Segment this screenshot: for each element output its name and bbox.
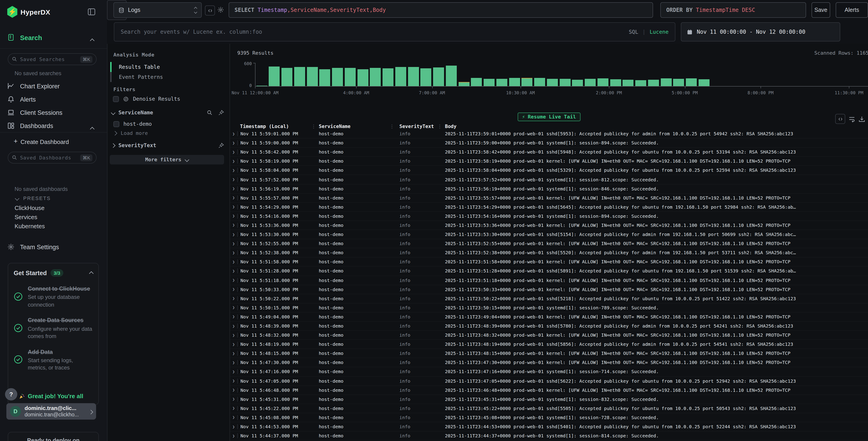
order-by-input[interactable]: ORDER BY TimestampTime DESC [660,2,806,18]
mode-results-table[interactable]: Results Table [110,62,210,72]
presets-section-toggle[interactable]: PRESETS [16,196,51,201]
source-schema-icon[interactable] [205,5,215,16]
sidebar-preset-services[interactable]: Services [14,214,37,220]
table-row[interactable]: ❯ Nov 11 5:48:15.000 PM host-demo info 2… [230,349,868,358]
chart-bar[interactable] [294,63,305,86]
row-expand-chevron[interactable]: ❯ [230,324,237,328]
download-icon[interactable] [859,116,865,122]
filter-search-icon[interactable] [207,110,213,116]
row-expand-chevron[interactable]: ❯ [230,351,237,356]
table-row[interactable]: ❯ Nov 11 5:54:29.000 PM host-demo info 2… [230,203,868,212]
chart-bar[interactable] [446,63,457,86]
table-row[interactable]: ❯ Nov 11 5:48:39.000 PM host-demo info 2… [230,322,868,331]
chart-bar[interactable] [408,63,419,86]
chart-bar[interactable] [458,63,469,86]
filter-group-servicename[interactable]: ServiceName [112,109,224,116]
row-expand-chevron[interactable]: ❯ [230,415,237,420]
row-expand-chevron[interactable]: ❯ [230,251,237,255]
row-expand-chevron[interactable]: ❯ [230,287,237,292]
checkbox[interactable] [114,121,119,127]
table-row[interactable]: ❯ Nov 11 5:58:04.000 PM host-demo info 2… [230,166,868,175]
chart-bar[interactable] [345,63,356,86]
row-expand-chevron[interactable]: ❯ [230,360,237,365]
denoise-results-checkbox-row[interactable]: Denoise Results [113,96,180,102]
table-row[interactable]: ❯ Nov 11 5:45:08.000 PM host-demo info 2… [230,413,868,422]
table-row[interactable]: ❯ Nov 11 5:56:19.000 PM host-demo info 2… [230,184,868,194]
pin-icon[interactable] [218,142,224,148]
table-row[interactable]: ❯ Nov 11 5:53:36.000 PM host-demo info 2… [230,221,868,230]
row-expand-chevron[interactable]: ❯ [230,305,237,310]
pin-icon[interactable] [218,110,224,116]
chart-bar[interactable] [281,63,292,86]
table-row[interactable]: ❯ Nov 11 5:45:31.000 PM host-demo info 2… [230,395,868,404]
view-source-icon[interactable] [835,114,845,124]
checkbox[interactable] [113,96,119,102]
table-row[interactable]: ❯ Nov 11 5:59:00.000 PM host-demo info 2… [230,139,868,148]
table-row[interactable]: ❯ Nov 11 5:55:57.000 PM host-demo info 2… [230,194,868,203]
row-expand-chevron[interactable]: ❯ [230,434,237,438]
chart-bar[interactable] [522,63,533,86]
table-row[interactable]: ❯ Nov 11 5:58:19.000 PM host-demo info 2… [230,157,868,166]
chart-bar[interactable] [559,63,570,86]
sidebar-item-client-sessions[interactable]: Client Sessions [0,106,107,119]
chart-bar[interactable] [319,63,331,86]
row-expand-chevron[interactable]: ❯ [230,260,237,264]
row-expand-chevron[interactable]: ❯ [230,232,237,237]
table-row[interactable]: ❯ Nov 11 5:50:33.000 PM host-demo info 2… [230,285,868,294]
filter-value-host-demo[interactable]: host-demo [114,121,152,127]
chart-bar[interactable] [332,63,343,86]
chart-bar[interactable] [382,63,394,86]
row-expand-chevron[interactable]: ❯ [230,269,237,273]
load-more-button[interactable]: Load more [114,130,148,136]
chart-bar[interactable] [547,63,558,86]
source-select[interactable]: Logs [114,2,202,18]
chart-bar[interactable] [635,63,646,86]
chart-bar[interactable] [585,63,596,86]
save-button[interactable]: Save [811,2,830,18]
sidebar-item-dashboards[interactable]: Dashboards [0,119,107,133]
row-expand-chevron[interactable]: ❯ [230,159,237,164]
row-expand-chevron[interactable]: ❯ [230,196,237,200]
row-expand-chevron[interactable]: ❯ [230,406,237,411]
create-dashboard-button[interactable]: + Create Dashboard [0,135,107,149]
table-row[interactable]: ❯ Nov 11 5:44:53.000 PM host-demo info 2… [230,422,868,432]
table-row[interactable]: ❯ Nov 11 5:53:30.000 PM host-demo info 2… [230,230,868,239]
chart-bar[interactable] [269,63,280,86]
resume-live-tail-button[interactable]: ⚡ Resume Live Tail [517,113,581,121]
sidebar-preset-kubernetes[interactable]: Kubernetes [14,223,45,230]
deploy-banner[interactable]: Ready to deploy on [8,432,99,441]
table-row[interactable]: ❯ Nov 11 5:52:38.000 PM host-demo info 2… [230,248,868,257]
chart-bar[interactable] [623,63,634,86]
row-expand-chevron[interactable]: ❯ [230,131,237,136]
row-expand-chevron[interactable]: ❯ [230,205,237,209]
wrap-lines-icon[interactable] [848,116,855,122]
table-row[interactable]: ❯ Nov 11 5:47:30.000 PM host-demo info 2… [230,358,868,368]
row-expand-chevron[interactable]: ❯ [230,379,237,383]
sidebar-item-team-settings[interactable]: Team Settings [0,240,107,254]
chart-bar[interactable] [686,63,697,86]
table-row[interactable]: ❯ Nov 11 5:59:01.000 PM host-demo info 2… [230,129,868,139]
event-search-input[interactable]: Search your events w/ Lucene ex. column:… [114,22,675,41]
chart-bar[interactable] [648,63,659,86]
column-header-servicename[interactable]: ServiceName⋮ [319,123,397,129]
chart-bar[interactable] [433,63,444,86]
saved-dashboards-input[interactable]: Saved Dashboards ⌘K [8,152,97,164]
row-expand-chevron[interactable]: ❯ [230,296,237,301]
filter-group-severitytext[interactable]: SeverityText [112,142,224,149]
row-expand-chevron[interactable]: ❯ [230,223,237,228]
chart-bar[interactable] [660,63,672,86]
row-expand-chevron[interactable]: ❯ [230,168,237,173]
chart-bar[interactable] [471,63,482,86]
table-row[interactable]: ❯ Nov 11 5:45:22.000 PM host-demo info 2… [230,404,868,413]
table-row[interactable]: ❯ Nov 11 5:51:58.000 PM host-demo info 2… [230,258,868,267]
table-row[interactable]: ❯ Nov 11 5:47:05.000 PM host-demo info 2… [230,377,868,386]
sidebar-item-chart-explorer[interactable]: Chart Explorer [0,80,107,93]
alerts-button[interactable]: Alerts [836,2,868,18]
table-row[interactable]: ❯ Nov 11 5:47:16.000 PM host-demo info 2… [230,368,868,377]
sidebar-item-alerts[interactable]: Alerts [0,93,107,106]
chart-bar[interactable] [395,63,406,86]
chart-bar[interactable] [673,63,684,86]
user-profile-button[interactable]: D dominic.tran@clic... dominic.tran@clic… [6,403,96,419]
chart-bar[interactable] [256,63,267,86]
table-row[interactable]: ❯ Nov 11 5:58:42.000 PM host-demo info 2… [230,148,868,157]
